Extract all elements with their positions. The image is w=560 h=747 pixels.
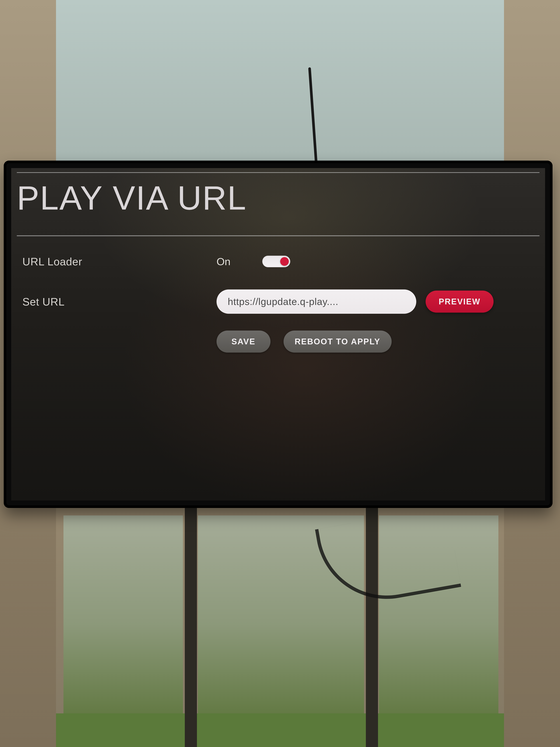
page-title: PLAY VIA URL: [17, 181, 247, 215]
antenna-stick: [308, 67, 318, 168]
row-url-loader: URL Loader On: [22, 250, 534, 273]
save-button[interactable]: SAVE: [216, 331, 270, 353]
set-url-label: Set URL: [22, 295, 216, 308]
tv-frame: PLAY VIA URL URL Loader On Set URL https…: [4, 161, 553, 508]
set-url-controls: https://lgupdate.q-play.... PREVIEW: [216, 289, 534, 314]
row-set-url: Set URL https://lgupdate.q-play.... PREV…: [22, 288, 534, 316]
action-button-row: SAVE REBOOT TO APPLY: [216, 331, 392, 353]
title-divider: [17, 235, 539, 236]
preview-button[interactable]: PREVIEW: [426, 290, 494, 313]
url-loader-toggle[interactable]: [262, 256, 290, 267]
url-loader-controls: On: [216, 256, 534, 267]
tv-screen: PLAY VIA URL URL Loader On Set URL https…: [11, 168, 545, 500]
toggle-knob-icon: [280, 257, 289, 266]
url-loader-state-text: On: [216, 256, 231, 267]
reboot-to-apply-button[interactable]: REBOOT TO APPLY: [284, 331, 392, 353]
photo-scene: PLAY VIA URL URL Loader On Set URL https…: [0, 0, 560, 747]
url-loader-label: URL Loader: [22, 255, 216, 268]
window-pane: [63, 515, 183, 713]
top-divider: [17, 172, 539, 173]
url-input[interactable]: https://lgupdate.q-play....: [216, 289, 416, 314]
window-mullion: [185, 508, 197, 747]
